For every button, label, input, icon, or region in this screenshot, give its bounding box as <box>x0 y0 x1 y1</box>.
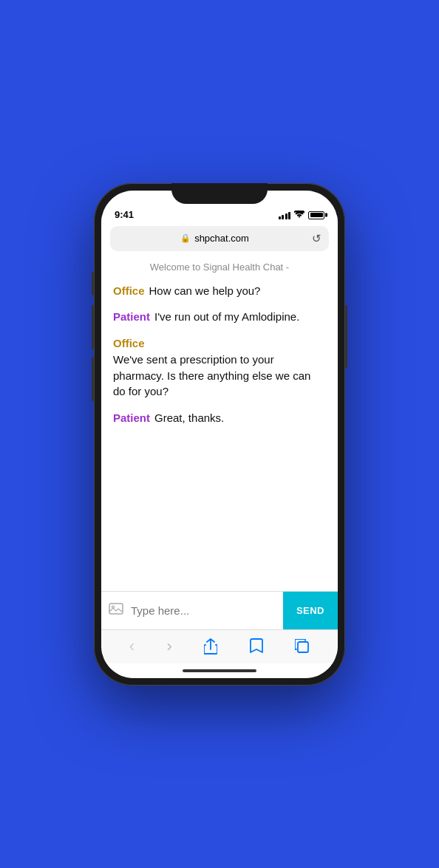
wifi-icon <box>294 211 304 220</box>
message-text-1: How can we help you? <box>149 283 261 299</box>
forward-button[interactable]: › <box>161 634 178 659</box>
chat-area: Welcome to Signal Health Chat - Office H… <box>101 251 338 591</box>
lock-icon: 🔒 <box>180 233 191 243</box>
svg-rect-0 <box>109 604 123 614</box>
volume-down-button <box>92 357 94 401</box>
mute-button <box>92 272 94 295</box>
status-time: 9:41 <box>115 209 134 220</box>
image-attach-button[interactable] <box>101 602 131 619</box>
phone-screen: 9:41 <box>101 191 338 678</box>
battery-icon <box>308 211 324 219</box>
refresh-icon[interactable]: ↺ <box>312 232 321 245</box>
message-text-3: We've sent a prescription to your pharma… <box>113 352 326 400</box>
message-4: Patient Great, thanks. <box>113 410 326 426</box>
send-button[interactable]: SEND <box>283 592 338 629</box>
signal-icon <box>279 211 291 219</box>
url-text: shpchat.com <box>194 233 249 244</box>
svg-rect-2 <box>298 642 308 652</box>
message-text-4: Great, thanks. <box>154 410 224 426</box>
welcome-text: Welcome to Signal Health Chat - <box>113 262 326 273</box>
url-bar[interactable]: 🔒 shpchat.com ↺ <box>110 226 329 251</box>
input-area: SEND <box>101 591 338 629</box>
share-button[interactable] <box>198 635 223 657</box>
volume-up-button <box>92 305 94 349</box>
sender-label-office-2: Office <box>113 335 145 352</box>
notch <box>171 183 268 204</box>
message-2: Patient I've run out of my Amlodipine. <box>113 309 326 325</box>
status-icons <box>279 211 325 220</box>
message-1: Office How can we help you? <box>113 283 326 299</box>
tabs-button[interactable] <box>289 636 316 657</box>
bookmarks-button[interactable] <box>244 635 269 657</box>
sender-label-office-1: Office <box>113 283 145 299</box>
back-button[interactable]: ‹ <box>123 634 140 659</box>
message-input[interactable] <box>131 604 283 617</box>
power-button <box>345 305 347 368</box>
message-3: Office We've sent a prescription to your… <box>113 335 326 400</box>
browser-toolbar: ‹ › <box>101 629 338 663</box>
home-bar <box>183 669 256 672</box>
message-text-2: I've run out of my Amlodipine. <box>154 309 299 325</box>
home-indicator <box>101 663 338 678</box>
sender-label-patient-1: Patient <box>113 309 150 325</box>
sender-label-patient-2: Patient <box>113 410 150 426</box>
phone-frame: 9:41 <box>94 183 345 686</box>
